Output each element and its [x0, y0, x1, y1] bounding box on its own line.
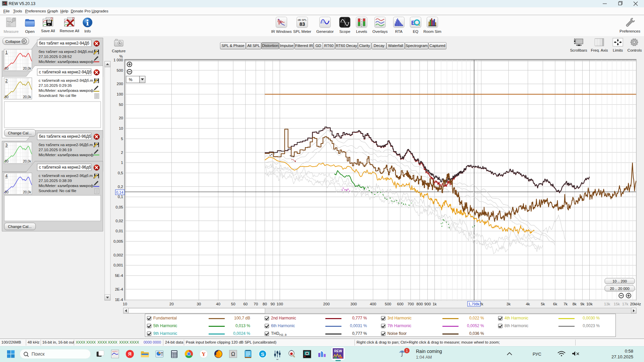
svg-text:без таблетк на керне2-96Дб.m: без таблетк на керне2-96Дб.m	[39, 143, 93, 147]
svg-text:1E-4: 1E-4	[115, 298, 123, 302]
svg-text:1: 1	[406, 349, 408, 353]
svg-text:27.10.2025 0:38:39: 27.10.2025 0:38:39	[39, 179, 72, 183]
svg-text:20: 20	[169, 302, 174, 306]
svg-text:0,01: 0,01	[116, 229, 123, 233]
svg-text:27.10.2025 0:36:19: 27.10.2025 0:36:19	[39, 148, 72, 152]
svg-text:700: 700	[408, 302, 414, 306]
svg-text:Y: Y	[202, 351, 206, 357]
svg-text:13k: 13k	[604, 302, 610, 306]
svg-text:10: 10	[123, 302, 127, 306]
svg-text:10k: 10k	[586, 302, 593, 306]
svg-text:0,001: 0,001	[113, 263, 123, 267]
svg-text:1,798k: 1,798k	[468, 302, 480, 306]
svg-text:audio1: audio1	[112, 350, 118, 352]
svg-text:Collapse: Collapse	[5, 40, 20, 44]
svg-text:27.10.2025 0:28:52: 27.10.2025 0:28:52	[39, 55, 72, 59]
svg-text:0,002: 0,002	[113, 253, 123, 257]
svg-text:0,005: 0,005	[113, 239, 123, 243]
svg-text:3k: 3k	[506, 302, 511, 306]
svg-text:9k: 9k	[580, 302, 584, 306]
svg-text:Soundcard: No cal file: Soundcard: No cal file	[39, 94, 76, 98]
svg-text:500: 500	[385, 302, 391, 306]
svg-text:%: %	[129, 77, 132, 82]
svg-text:30: 30	[197, 302, 201, 306]
svg-text:50: 50	[231, 302, 235, 306]
svg-text:83: 83	[300, 21, 305, 27]
svg-text:40: 40	[216, 302, 220, 306]
svg-text:0:58: 0:58	[625, 349, 633, 354]
svg-text:4k: 4k	[526, 302, 530, 306]
svg-text:0,1: 0,1	[118, 195, 123, 199]
svg-text:РУС: РУС	[533, 352, 541, 357]
svg-text:с таблеткой на керне2-96дб: с таблеткой на керне2-96дб	[39, 165, 91, 170]
svg-text:без таблет на керне2-94Дб.md: без таблет на керне2-94Дб.md	[39, 50, 93, 54]
svg-text:0,14: 0,14	[116, 190, 123, 194]
svg-text:5k: 5k	[541, 302, 545, 306]
svg-text:2: 2	[5, 78, 8, 83]
svg-text:15k: 15k	[614, 302, 620, 306]
svg-text:1: 1	[5, 50, 8, 55]
svg-text:7k: 7k	[564, 302, 568, 306]
svg-text:Mic/Meter: калибровка микроф: Mic/Meter: калибровка микроф	[39, 60, 94, 64]
svg-text:20kHz: 20kHz	[630, 302, 641, 306]
svg-text:27.10.2025: 27.10.2025	[611, 354, 633, 359]
svg-text:0,02: 0,02	[116, 219, 123, 223]
svg-text:900: 900	[424, 302, 431, 306]
svg-text:10: 10	[119, 126, 123, 130]
svg-text:20,0k: 20,0k	[23, 95, 32, 99]
svg-text:400: 400	[370, 302, 376, 306]
svg-text:6k: 6k	[553, 302, 557, 306]
svg-text:60: 60	[243, 302, 248, 306]
svg-text:20,0k: 20,0k	[23, 67, 32, 70]
svg-text:с таблеткой на керне2-96дб.m: с таблеткой на керне2-96дб.m	[39, 174, 93, 178]
svg-text:200: 200	[117, 82, 123, 86]
svg-text:Mic/Meter: калибровка микроф: Mic/Meter: калибровка микроф	[39, 184, 94, 188]
svg-text:Soundcard: No cal file: Soundcard: No cal file	[39, 189, 76, 193]
svg-text:0,05: 0,05	[116, 205, 123, 209]
svg-text:100: 100	[277, 302, 283, 306]
svg-text:Mic/Meter: калибровка микроф: Mic/Meter: калибровка микроф	[39, 153, 94, 157]
svg-text:Ω: Ω	[231, 351, 235, 357]
svg-text:200: 200	[323, 302, 330, 306]
svg-text:8k: 8k	[573, 302, 577, 306]
svg-text:Change Cal...: Change Cal...	[8, 131, 32, 135]
svg-text:без таблетк на керне2-96Дб: без таблетк на керне2-96Дб	[39, 134, 91, 139]
svg-text:2E-4: 2E-4	[115, 287, 123, 291]
svg-text:20,0k: 20,0k	[23, 160, 32, 163]
svg-text:%: %	[119, 54, 123, 58]
svg-text:S: S	[261, 351, 264, 357]
svg-text:20,0k: 20,0k	[23, 190, 32, 194]
svg-text:Rain coming: Rain coming	[416, 349, 442, 354]
svg-text:80: 80	[263, 302, 267, 306]
svg-text:с таблеткой на керне2-94Дб.m: с таблеткой на керне2-94Дб.m	[39, 78, 93, 82]
svg-text:0,5: 0,5	[118, 171, 123, 175]
svg-text:100: 100	[117, 92, 123, 96]
svg-text:Mic/Meter: калибровка микроф: Mic/Meter: калибровка микроф	[39, 88, 94, 93]
svg-text:3: 3	[5, 143, 8, 147]
svg-text:27.10.2025 0:29:35: 27.10.2025 0:29:35	[39, 83, 72, 87]
svg-text:Change Cal...: Change Cal...	[8, 225, 32, 229]
svg-text:80: 80	[5, 95, 9, 99]
svg-text:4: 4	[5, 174, 8, 178]
svg-text:17k: 17k	[622, 302, 629, 306]
svg-text:20: 20	[119, 116, 123, 120]
svg-text:REW: REW	[334, 349, 342, 353]
svg-text:80: 80	[5, 190, 9, 194]
svg-text:Я: Я	[128, 351, 131, 357]
svg-text:800: 800	[417, 302, 423, 306]
svg-text:1k: 1k	[433, 302, 437, 306]
svg-text:70: 70	[254, 302, 258, 306]
svg-text:без таблет на керне2-94Дб: без таблет на керне2-94Дб	[39, 41, 89, 46]
svg-text:с таблеткой на керне2-94Дб: с таблеткой на керне2-94Дб	[39, 70, 91, 74]
svg-text:Поиск: Поиск	[32, 351, 45, 357]
svg-text:5E-4: 5E-4	[115, 274, 123, 278]
svg-text:5: 5	[121, 137, 123, 141]
svg-text:1:04 AM: 1:04 AM	[416, 355, 432, 360]
svg-text:600: 600	[397, 302, 404, 306]
svg-text:10 .. 200: 10 .. 200	[612, 279, 627, 283]
svg-text:90: 90	[271, 302, 275, 306]
svg-text:20 .. 20 000: 20 .. 20 000	[610, 287, 629, 291]
svg-text:80: 80	[5, 67, 9, 70]
svg-text:80: 80	[5, 160, 9, 163]
svg-text:2: 2	[121, 150, 123, 155]
